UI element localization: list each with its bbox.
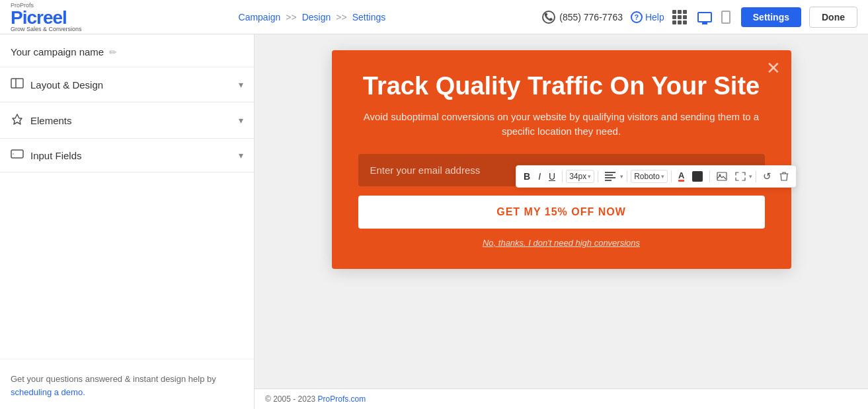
nav-campaign[interactable]: Campaign xyxy=(239,12,281,22)
popup-preview: ✕ Track Quality Traffic On Your Site Avo… xyxy=(332,50,791,269)
svg-rect-5 xyxy=(605,174,613,176)
done-button[interactable]: Done xyxy=(809,7,857,28)
footer-copyright: © 2005 - 2023 xyxy=(265,394,318,404)
nav-sep-2: >> xyxy=(336,12,346,22)
elements-accordion: Elements ▾ xyxy=(0,102,254,139)
footer-text: Get your questions answered & instant de… xyxy=(11,374,216,384)
help-label: Help xyxy=(645,12,664,22)
nav-sep-1: >> xyxy=(286,12,296,22)
popup-decline-link[interactable]: No, thanks. I don't need high conversion… xyxy=(358,238,765,248)
expand-arrow[interactable]: ▾ xyxy=(749,173,752,180)
layout-icon xyxy=(11,78,24,91)
font-size-select[interactable]: 34px ▾ xyxy=(566,170,594,183)
scheduling-demo-link[interactable]: scheduling a demo. xyxy=(11,387,85,397)
toolbar-divider-4 xyxy=(671,170,672,182)
toolbar-divider-1 xyxy=(562,170,563,182)
font-family-arrow: ▾ xyxy=(661,173,664,180)
text-color-a-icon: A xyxy=(678,171,684,182)
text-color-button[interactable]: A xyxy=(675,169,688,184)
elements-icon xyxy=(11,113,24,128)
italic-button[interactable]: I xyxy=(535,169,544,184)
align-arrow[interactable]: ▾ xyxy=(620,173,623,180)
edit-campaign-name-icon[interactable]: ✏ xyxy=(109,47,117,57)
svg-rect-6 xyxy=(605,177,615,178)
logo-brand: Grow Sales & Conversions xyxy=(11,26,82,32)
elements-label: Elements xyxy=(30,115,232,126)
bold-button[interactable]: B xyxy=(520,169,533,184)
sidebar-footer: Get your questions answered & instant de… xyxy=(0,359,254,409)
logo-text: Picreel xyxy=(11,9,82,27)
elements-header[interactable]: Elements ▾ xyxy=(0,102,254,138)
align-button[interactable] xyxy=(602,170,619,183)
apps-grid-icon[interactable] xyxy=(672,10,687,24)
input-fields-label: Input Fields xyxy=(30,150,232,161)
nav-right: 📞 (855) 776-7763 ? Help Settings Done xyxy=(542,7,857,28)
svg-rect-4 xyxy=(605,172,615,173)
popup-title[interactable]: Track Quality Traffic On Your Site xyxy=(358,71,765,102)
mobile-view-button[interactable] xyxy=(719,8,733,26)
settings-button[interactable]: Settings xyxy=(741,7,801,27)
nav-settings-link[interactable]: Settings xyxy=(352,12,386,22)
input-fields-header[interactable]: Input Fields ▾ xyxy=(0,139,254,172)
monitor-icon xyxy=(697,12,712,22)
delete-button[interactable] xyxy=(776,169,792,184)
help-area[interactable]: ? Help xyxy=(631,11,664,23)
help-icon: ? xyxy=(631,11,643,23)
toolbar-divider-5 xyxy=(709,170,710,182)
popup-cta-button[interactable]: GET MY 15% OFF NOW xyxy=(358,196,765,229)
text-formatting-toolbar: B I U 34px ▾ ▾ Roboto ▾ A xyxy=(516,165,797,188)
toolbar-divider-6 xyxy=(756,170,756,182)
toolbar-divider-2 xyxy=(598,170,598,182)
logo-area: ProProfs Picreel Grow Sales & Conversion… xyxy=(11,2,82,32)
input-fields-accordion: Input Fields ▾ xyxy=(0,139,254,172)
undo-button[interactable]: ↺ xyxy=(760,168,775,184)
phone-icon: 📞 xyxy=(542,11,555,24)
svg-rect-0 xyxy=(11,79,23,88)
desktop-view-button[interactable] xyxy=(695,9,715,25)
campaign-name-row: Your campaign name ✏ xyxy=(0,34,254,67)
svg-rect-8 xyxy=(717,172,727,180)
main-layout: Your campaign name ✏ Layout & Design ▾ xyxy=(0,34,868,409)
toolbar-divider-3 xyxy=(627,170,627,182)
content-area: B I U 34px ▾ ▾ Roboto ▾ A xyxy=(255,34,868,409)
input-fields-icon xyxy=(11,149,24,161)
sidebar: Your campaign name ✏ Layout & Design ▾ xyxy=(0,34,255,409)
expand-button[interactable] xyxy=(732,170,749,183)
font-family-select[interactable]: Roboto ▾ xyxy=(631,170,668,183)
popup-close-button[interactable]: ✕ xyxy=(766,58,781,79)
elements-chevron-icon: ▾ xyxy=(239,115,243,126)
campaign-name-label: Your campaign name xyxy=(11,46,104,57)
top-navigation: ProProfs Picreel Grow Sales & Conversion… xyxy=(0,0,868,34)
layout-design-accordion: Layout & Design ▾ xyxy=(0,67,254,102)
device-toggle xyxy=(695,8,733,26)
proprofs-link[interactable]: ProProfs.com xyxy=(318,394,366,404)
text-highlight-button[interactable] xyxy=(689,169,706,184)
insert-image-button[interactable] xyxy=(713,170,730,183)
phone-number: (855) 776-7763 xyxy=(559,12,623,22)
layout-design-header[interactable]: Layout & Design ▾ xyxy=(0,67,254,102)
logo-wrapper: ProProfs Picreel Grow Sales & Conversion… xyxy=(11,2,82,32)
font-size-arrow: ▾ xyxy=(588,173,591,180)
popup-subtitle: Avoid suboptimal conversions on your web… xyxy=(358,110,765,139)
svg-rect-7 xyxy=(605,180,612,181)
phone-area: 📞 (855) 776-7763 xyxy=(542,11,623,24)
nav-design[interactable]: Design xyxy=(302,12,331,22)
mobile-icon xyxy=(721,11,730,24)
input-fields-chevron-icon: ▾ xyxy=(239,150,243,161)
page-footer: © 2005 - 2023 ProProfs.com xyxy=(255,389,868,409)
layout-chevron-icon: ▾ xyxy=(239,79,243,90)
nav-center: Campaign >> Design >> Settings xyxy=(239,12,386,22)
highlight-color-box xyxy=(692,171,703,182)
underline-button[interactable]: U xyxy=(545,169,559,184)
layout-design-label: Layout & Design xyxy=(30,79,232,91)
